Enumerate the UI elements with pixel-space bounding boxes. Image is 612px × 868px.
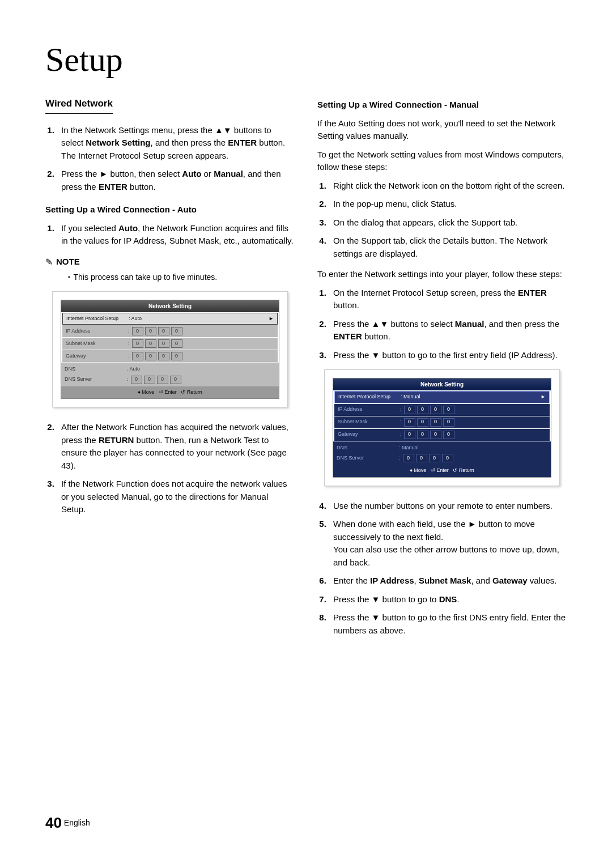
list-item: Press the ▼ button to go to DNS.: [329, 593, 567, 606]
network-setting-auto-screenshot: Network Setting Internet Protocol Setup …: [52, 291, 288, 408]
list-item: After the Network Function has acquired …: [57, 421, 295, 472]
list-item: Use the number buttons on your remote to…: [329, 500, 567, 513]
dns-section: DNS : Manual DNS Server: 0000: [333, 441, 551, 465]
ips-row: Internet Protocol Setup : Manual ►: [334, 391, 550, 403]
list-item: Enter the IP Address, Subnet Mask, and G…: [329, 575, 567, 588]
list-item: On the Support tab, click the Details bu…: [329, 235, 567, 260]
gateway-row: Gateway: 0000: [62, 350, 278, 362]
page-title: Setup: [45, 34, 567, 85]
manual-intro-2: To get the Network setting values from m…: [317, 148, 567, 174]
list-item: On the dialog that appears, click the Su…: [329, 216, 567, 229]
ip-row: IP Address: 0000: [334, 404, 550, 416]
list-item: Press the ► button, then select Auto or …: [57, 168, 295, 193]
list-item: If the Network Function does not acquire…: [57, 478, 295, 516]
note-body: This process can take up to five minutes…: [68, 271, 295, 283]
note-heading: ✎ NOTE: [45, 256, 295, 269]
ip-row: IP Address: 0000: [62, 325, 278, 337]
wired-network-heading: Wired Network: [45, 96, 113, 114]
note-label: NOTE: [56, 256, 80, 269]
list-item: Right click the Network icon on the bott…: [329, 180, 567, 193]
network-setting-manual-screenshot: Network Setting Internet Protocol Setup …: [324, 369, 560, 486]
list-item: If you selected Auto, the Network Functi…: [57, 222, 295, 248]
manual-intro-1: If the Auto Setting does not work, you'l…: [317, 117, 567, 143]
screen-footer: ♦ Move ⏎ Enter ↺ Return: [61, 386, 279, 399]
ips-row: Internet Protocol Setup : Auto ►: [62, 313, 278, 325]
auto-continue-steps: After the Network Function has acquired …: [45, 421, 295, 516]
note-icon: ✎: [45, 256, 53, 269]
screen-title: Network Setting: [333, 378, 551, 390]
right-column: Setting Up a Wired Connection - Manual I…: [317, 96, 567, 645]
left-column: Wired Network In the Network Settings me…: [45, 96, 295, 645]
manual-subheading: Setting Up a Wired Connection - Manual: [317, 99, 567, 112]
dns-section: DNS : Auto DNS Server: 0000: [61, 363, 279, 386]
windows-steps: Right click the Network icon on the bott…: [317, 180, 567, 261]
screen-footer: ♦ Move ⏎ Enter ↺ Return: [333, 465, 551, 477]
page-lang: English: [64, 818, 90, 827]
enter-settings-intro: To enter the Network settings into your …: [317, 268, 567, 281]
intro-steps: In the Network Settings menu, press the …: [45, 124, 295, 194]
list-item: On the Internet Protocol Setup screen, p…: [329, 287, 567, 312]
subnet-row: Subnet Mask: 0000: [62, 338, 278, 350]
enter-steps-part1: On the Internet Protocol Setup screen, p…: [317, 287, 567, 362]
list-item: When done with each field, use the ► but…: [329, 518, 567, 569]
list-item: In the Network Settings menu, press the …: [57, 124, 295, 163]
gateway-row: Gateway: 0000: [334, 429, 550, 441]
page-footer: 40 English: [45, 812, 90, 834]
list-item: Press the ▲▼ buttons to select Manual, a…: [329, 318, 567, 343]
screen-title: Network Setting: [61, 300, 279, 312]
list-item: Press the ▼ button to go to the first DN…: [329, 611, 567, 637]
auto-steps: If you selected Auto, the Network Functi…: [45, 222, 295, 248]
list-item: Press the ▼ button to go to the first en…: [329, 349, 567, 362]
subnet-row: Subnet Mask: 0000: [334, 416, 550, 428]
auto-subheading: Setting Up a Wired Connection - Auto: [45, 203, 295, 216]
list-item: In the pop-up menu, click Status.: [329, 198, 567, 211]
page-number: 40: [45, 814, 62, 831]
enter-steps-part2: Use the number buttons on your remote to…: [317, 500, 567, 637]
